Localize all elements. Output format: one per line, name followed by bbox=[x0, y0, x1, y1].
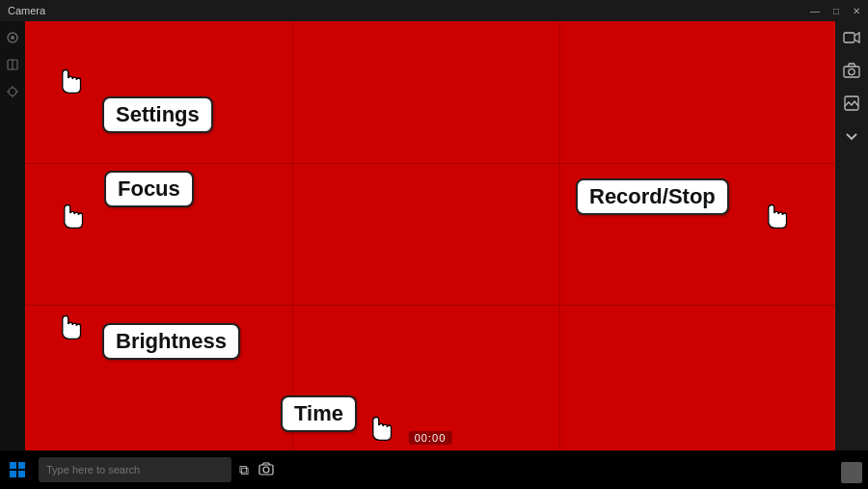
camera-taskbar-icon[interactable] bbox=[258, 462, 274, 478]
taskbar: ⧉ bbox=[0, 450, 868, 489]
main-area: Settings Focus Bri bbox=[0, 21, 868, 450]
time-annotation[interactable]: Time bbox=[281, 395, 357, 432]
brightness-cursor bbox=[52, 306, 95, 348]
svg-rect-14 bbox=[18, 462, 25, 469]
taskbar-icons: ⧉ bbox=[239, 462, 274, 478]
search-input[interactable] bbox=[39, 457, 231, 482]
focus-cursor bbox=[54, 195, 96, 237]
titlebar-title: Camera bbox=[8, 5, 45, 16]
focus-annotation[interactable]: Focus bbox=[104, 171, 194, 207]
settings-cursor bbox=[52, 60, 95, 102]
minimize-button[interactable]: — bbox=[810, 6, 820, 16]
grid-line-h2 bbox=[25, 305, 835, 306]
svg-rect-15 bbox=[10, 471, 16, 477]
svg-rect-9 bbox=[844, 33, 854, 42]
right-panel bbox=[835, 21, 868, 450]
record-cursor bbox=[758, 195, 800, 237]
start-button[interactable] bbox=[0, 450, 35, 489]
left-icon-3 bbox=[4, 83, 21, 100]
camera-grid bbox=[25, 21, 835, 450]
left-panel bbox=[0, 21, 25, 450]
chevron-down-icon[interactable] bbox=[841, 125, 862, 147]
svg-point-18 bbox=[263, 467, 269, 473]
titlebar-controls: — □ ✕ bbox=[810, 6, 860, 16]
record-stop-annotation[interactable]: Record/Stop bbox=[576, 178, 729, 215]
timer-display: 00:00 bbox=[409, 431, 452, 445]
grid-line-v2 bbox=[559, 21, 560, 450]
svg-point-4 bbox=[9, 88, 16, 95]
taskbar-search[interactable] bbox=[39, 457, 231, 482]
show-desktop-button[interactable] bbox=[841, 462, 862, 483]
gallery-icon[interactable] bbox=[841, 93, 862, 114]
photo-mode-icon[interactable] bbox=[841, 60, 862, 81]
left-icon-2 bbox=[4, 56, 21, 73]
close-button[interactable]: ✕ bbox=[853, 6, 860, 16]
settings-annotation[interactable]: Settings bbox=[102, 96, 213, 133]
svg-point-1 bbox=[11, 36, 14, 40]
titlebar: Camera — □ ✕ bbox=[0, 0, 868, 21]
camera-view: Settings Focus Bri bbox=[25, 21, 835, 450]
grid-line-h1 bbox=[25, 163, 835, 164]
svg-rect-16 bbox=[18, 471, 25, 477]
video-mode-icon[interactable] bbox=[841, 27, 862, 48]
brightness-annotation[interactable]: Brightness bbox=[102, 323, 240, 360]
task-view-icon[interactable]: ⧉ bbox=[239, 462, 249, 478]
time-cursor bbox=[363, 407, 405, 449]
svg-point-11 bbox=[849, 68, 854, 74]
left-icon-1 bbox=[4, 29, 21, 46]
svg-rect-13 bbox=[10, 462, 16, 469]
grid-line-v1 bbox=[292, 21, 293, 450]
maximize-button[interactable]: □ bbox=[833, 6, 839, 16]
